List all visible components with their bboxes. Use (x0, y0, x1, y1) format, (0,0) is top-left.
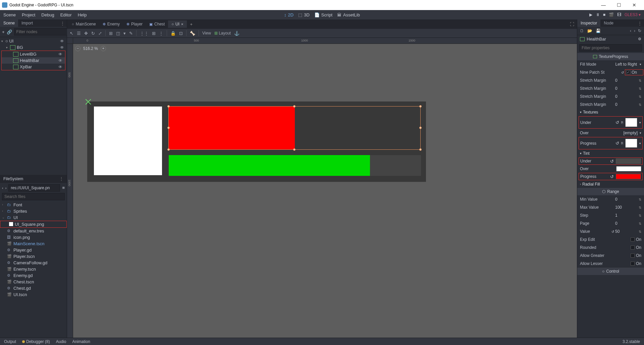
fs-file-mainscene[interactable]: 🎬MainScene.tscn (0, 240, 67, 247)
prop-max-value[interactable]: Max Value100⇅ (577, 203, 644, 211)
pause-button-icon[interactable]: ⏸ (596, 12, 600, 17)
reset-icon[interactable]: ↺ (615, 120, 619, 125)
rotate-tool-icon[interactable]: ↻ (91, 31, 95, 36)
fs-file-player-gd[interactable]: ⚙Player.gd (0, 247, 67, 253)
move-tool-icon[interactable]: ✥ (84, 31, 88, 36)
visibility-icon[interactable]: 👁 (60, 45, 65, 50)
prop-nine-patch[interactable]: Nine Patch St ↺ ✓On (577, 68, 644, 76)
grid-snap-icon[interactable]: ⊞ (152, 31, 156, 36)
lock-icon[interactable]: 🔒 (170, 31, 176, 36)
add-tab-icon[interactable]: + (187, 22, 196, 27)
prop-tint-over[interactable]: Over (577, 165, 644, 172)
tree-node-healthbar[interactable]: HealthBar👁 (2, 57, 65, 64)
node-tab[interactable]: Node (600, 19, 617, 27)
tab-chest[interactable]: ▣Chest (146, 20, 168, 28)
link-icon[interactable]: 🔗 (7, 29, 12, 34)
prop-stretch-margin[interactable]: Stretch Margin0⇅ (577, 100, 644, 109)
zoom-in-icon[interactable]: + (101, 46, 106, 51)
fs-file-default-env[interactable]: ⚙default_env.tres (0, 228, 67, 234)
filter-nodes-input[interactable] (14, 28, 69, 36)
prop-rounded[interactable]: RoundedOn (577, 244, 644, 252)
prop-stretch-margin[interactable]: Stretch Margin0⇅ (577, 92, 644, 100)
history-menu-icon[interactable]: ↻ (638, 28, 641, 33)
prop-step[interactable]: Step1⇅ (577, 211, 644, 219)
snap-icon[interactable]: ⋮⋮ (140, 31, 149, 36)
workspace-assetlib[interactable]: 🏛AssetLib (337, 12, 360, 17)
prop-tint-progress[interactable]: Progress↺ (579, 173, 643, 180)
tree-node-xpbar[interactable]: XpBar👁 (2, 64, 65, 70)
visibility-icon[interactable]: 👁 (58, 65, 64, 69)
fs-file-enemy-gd[interactable]: ⚙Enemy.gd (0, 272, 67, 279)
tab-enemy[interactable]: ✼Enemy (99, 20, 123, 28)
fs-forward-icon[interactable]: › (5, 186, 7, 190)
bottom-animation[interactable]: Animation (72, 339, 90, 344)
fs-file-player-tscn[interactable]: 🎬Player.tscn (0, 253, 67, 260)
minimize-button[interactable]: — (596, 2, 611, 8)
select-tool-icon[interactable]: ↖ (70, 31, 73, 36)
play-scene-icon[interactable]: 🎬 (609, 12, 614, 17)
fs-folder-sprites[interactable]: ›🗀Sprites (0, 208, 67, 214)
fs-file-enemy-tscn[interactable]: 🎬Enemy.tscn (0, 266, 67, 272)
edit-tool-icon[interactable]: ✎ (129, 31, 133, 36)
fs-file-chest-gd[interactable]: ⚙Chest.gd (0, 285, 67, 291)
visibility-icon[interactable]: 👁 (60, 39, 65, 44)
prop-stretch-margin[interactable]: Stretch Margin0⇅ (577, 76, 644, 84)
stop-button-icon[interactable]: ■ (603, 12, 605, 17)
prop-texture-progress[interactable]: Progress↺⎘▾ (579, 137, 643, 149)
view-menu[interactable]: View (202, 31, 211, 36)
bottom-output[interactable]: Output (4, 339, 16, 344)
inspector-tab[interactable]: Inspector (577, 19, 600, 27)
prop-fill-mode[interactable]: Fill Mode Left to Right ▾ (577, 60, 644, 68)
prop-texture-under[interactable]: Under↺⎘▾ (579, 116, 643, 129)
scene-tab[interactable]: Scene (0, 19, 18, 27)
reset-icon[interactable]: ↺ (615, 141, 619, 146)
fs-file-chest-tscn[interactable]: 🎬Chest.tscn (0, 279, 67, 285)
selection-box[interactable] (168, 106, 421, 150)
group-icon[interactable]: ⊡ (179, 31, 183, 36)
prop-value[interactable]: Value↺50⇅ (577, 227, 644, 235)
viewport-canvas[interactable]: 0 500 1000 1500 500 1000 − 516.2 % + (67, 38, 577, 338)
fs-file-ui-tscn[interactable]: 🎬UI.tscn (0, 291, 67, 298)
class-control[interactable]: ○Control (577, 268, 644, 275)
fs-folder-ui[interactable]: ⌄🗀UI (0, 214, 67, 221)
reset-icon[interactable]: ↺ (621, 71, 624, 74)
scale-tool-icon[interactable]: ⤢ (98, 31, 102, 36)
load-resource-icon[interactable]: 📂 (587, 28, 592, 33)
fs-folder-font[interactable]: ›🗀Font (0, 202, 67, 208)
node-tools-icon[interactable]: ⚙ (638, 37, 641, 41)
dock-options-icon[interactable]: ⋮ (59, 177, 63, 181)
bone-icon[interactable]: 🦴 (190, 31, 195, 36)
bottom-audio[interactable]: Audio (56, 339, 66, 344)
layout-menu[interactable]: ⊞ Layout (214, 31, 231, 36)
workspace-script[interactable]: 📄Script (314, 12, 332, 17)
pan-tool-icon[interactable]: ⊞ (109, 31, 113, 36)
prop-allow-lesser[interactable]: Allow LesserOn (577, 260, 644, 268)
prop-allow-greater[interactable]: Allow GreaterOn (577, 252, 644, 260)
prop-texture-over[interactable]: Over[empty]▾ (577, 129, 644, 137)
make-unique-icon[interactable]: ⎘ (621, 141, 623, 145)
close-tab-icon[interactable]: × (181, 22, 183, 26)
menu-project[interactable]: Project (22, 12, 35, 17)
fs-path-input[interactable]: res://UI/UI_Square.pn (8, 184, 60, 192)
zoom-out-icon[interactable]: − (75, 46, 80, 51)
bottom-debugger[interactable]: Debugger (8) (22, 339, 50, 344)
menu-editor[interactable]: Editor (60, 12, 72, 17)
play-button-icon[interactable]: ▶ (589, 12, 592, 17)
new-resource-icon[interactable]: 🗋 (580, 28, 584, 33)
section-tint[interactable]: ▾Tint (577, 150, 644, 157)
make-unique-icon[interactable]: ⎘ (621, 121, 623, 124)
fs-file-camera[interactable]: ⚙CameraFollow.gd (0, 260, 67, 266)
tree-node-bg[interactable]: ▾BG👁 (0, 44, 67, 51)
dock-options-icon[interactable]: ⋮ (636, 21, 644, 26)
snap-options-icon[interactable]: ⋮ (159, 31, 163, 36)
renderer-dropdown[interactable]: GLES3 ▾ (625, 12, 641, 17)
workspace-3d[interactable]: ⬚3D (298, 12, 310, 17)
list-tool-icon[interactable]: ☰ (77, 31, 81, 36)
prop-exp-edit[interactable]: Exp EditOn (577, 235, 644, 244)
visibility-icon[interactable]: 👁 (58, 58, 64, 63)
save-resource-icon[interactable]: 💾 (596, 28, 601, 33)
tree-node-levelbg[interactable]: LevelBG👁 (2, 51, 65, 57)
prop-tint-under[interactable]: Under↺ (579, 157, 643, 165)
fs-back-icon[interactable]: ‹ (2, 186, 3, 190)
dock-options-icon[interactable]: ⋮ (58, 21, 67, 26)
